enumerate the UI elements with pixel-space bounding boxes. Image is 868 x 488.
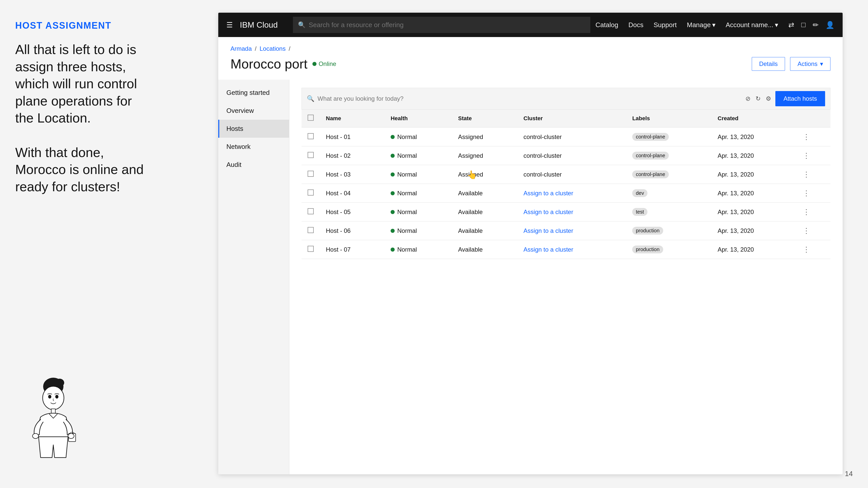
breadcrumb: Armada / Locations / [218,37,843,52]
row-menu-icon[interactable]: ⋮ [803,133,810,141]
row-checkbox-cell[interactable] [302,203,320,221]
docs-link[interactable]: Docs [628,21,643,29]
row-menu-icon[interactable]: ⋮ [803,208,810,216]
labels-col-header: Labels [626,109,711,128]
health-dot [391,154,395,158]
cluster-cell[interactable]: Assign to a cluster [518,240,626,259]
sidebar-item-overview[interactable]: Overview [218,102,289,120]
actions-button[interactable]: Actions ▾ [790,57,831,71]
assign-cluster-link[interactable]: Assign to a cluster [524,208,574,215]
table-row[interactable]: Host - 02 Normal Assigned control-cluste… [302,147,831,165]
support-icon[interactable]: □ [801,21,806,29]
sidebar-item-hosts[interactable]: Hosts [218,120,289,138]
row-checkbox[interactable] [308,227,314,233]
svg-point-4 [49,395,51,398]
sidebar-item-getting-started[interactable]: Getting started [218,84,289,102]
table-row[interactable]: Host - 01 Normal Assigned control-cluste… [302,128,831,147]
health-cell: Normal [384,147,452,165]
assign-cluster-link[interactable]: Assign to a cluster [524,246,574,253]
row-menu-icon[interactable]: ⋮ [803,170,810,178]
refresh-icon[interactable]: ↻ [755,95,761,102]
row-menu-cell[interactable]: ⋮ [797,147,831,165]
content-area: 🔍 ⊘ ↻ ⚙ Attach hosts Name [289,79,843,474]
row-menu-cell[interactable]: ⋮ [797,165,831,184]
select-all-checkbox[interactable] [308,115,314,121]
row-checkbox-cell[interactable] [302,240,320,259]
sidebar: Getting started Overview Hosts Network A… [218,79,289,474]
row-menu-icon[interactable]: ⋮ [803,227,810,235]
status-badge: Online [312,60,336,67]
search-bar[interactable]: 🔍 [293,17,590,33]
manage-link[interactable]: Manage ▾ [687,21,715,29]
support-link[interactable]: Support [654,21,677,29]
status-label: Online [318,60,336,67]
breadcrumb-locations[interactable]: Locations [260,45,286,52]
row-checkbox-cell[interactable] [302,128,320,147]
hamburger-icon[interactable]: ☰ [226,21,233,29]
sidebar-item-network[interactable]: Network [218,138,289,156]
left-description: All that is left to do is assign three h… [15,41,203,195]
nav-icons: ⇄ □ ✏ 👤 [788,21,835,29]
row-checkbox[interactable] [308,246,314,252]
settings-icon[interactable]: ⚙ [766,95,771,102]
edit-icon[interactable]: ✏ [813,21,818,29]
row-checkbox-cell[interactable] [302,184,320,203]
table-row[interactable]: Host - 06 Normal Available Assign to a c… [302,221,831,240]
label-badge: control-plane [632,133,669,141]
notifications-icon[interactable]: ⇄ [788,21,794,29]
row-menu-cell[interactable]: ⋮ [797,203,831,221]
row-menu-cell[interactable]: ⋮ [797,240,831,259]
table-row[interactable]: Host - 04 Normal Available Assign to a c… [302,184,831,203]
ibmcloud-label[interactable]: IBM Cloud [240,20,278,30]
row-checkbox[interactable] [308,171,314,177]
row-checkbox[interactable] [308,190,314,196]
character-illustration [15,371,91,468]
cluster-cell[interactable]: Assign to a cluster [518,184,626,203]
table-row[interactable]: Host - 05 Normal Available Assign to a c… [302,203,831,221]
label-badge: production [632,227,663,235]
row-checkbox-cell[interactable] [302,147,320,165]
health-dot [391,135,395,139]
row-menu-icon[interactable]: ⋮ [803,152,810,160]
hosts-search-input[interactable] [317,95,741,102]
nav-links: Catalog Docs Support Manage ▾ Account na… [595,21,778,29]
row-menu-cell[interactable]: ⋮ [797,128,831,147]
catalog-link[interactable]: Catalog [595,21,618,29]
header-actions: Details Actions ▾ [752,57,831,71]
assign-cluster-link[interactable]: Assign to a cluster [524,227,574,234]
row-menu-icon[interactable]: ⋮ [803,246,810,253]
assign-cluster-link[interactable]: Assign to a cluster [524,190,574,197]
select-all-header[interactable] [302,109,320,128]
row-menu-cell[interactable]: ⋮ [797,184,831,203]
host-name-cell: Host - 04 [320,184,384,203]
attach-hosts-button[interactable]: Attach hosts [775,91,825,106]
breadcrumb-sep2: / [288,45,290,52]
search-input[interactable] [309,21,585,29]
user-icon[interactable]: 👤 [826,21,835,29]
sidebar-item-audit[interactable]: Audit [218,156,289,174]
health-cell: Normal [384,221,452,240]
row-checkbox[interactable] [308,152,314,158]
row-checkbox[interactable] [308,133,314,139]
label-cell: dev [626,184,711,203]
details-button[interactable]: Details [752,57,785,71]
breadcrumb-armada[interactable]: Armada [230,45,252,52]
cluster-cell[interactable]: Assign to a cluster [518,221,626,240]
table-row[interactable]: Host - 03 Normal Assigned control-cluste… [302,165,831,184]
host-name-cell: Host - 05 [320,203,384,221]
page-title: Morocco port [230,56,307,71]
row-menu-cell[interactable]: ⋮ [797,221,831,240]
row-checkbox-cell[interactable] [302,165,320,184]
cluster-col-header: Cluster [518,109,626,128]
filter-icon[interactable]: ⊘ [745,95,750,102]
health-cell: Normal [384,240,452,259]
row-checkbox-cell[interactable] [302,221,320,240]
table-row[interactable]: Host - 07 Normal Available Assign to a c… [302,240,831,259]
account-link[interactable]: Account name... ▾ [725,21,778,29]
label-badge: production [632,246,663,253]
left-panel: HOST ASSIGNMENT All that is left to do i… [0,0,218,488]
cluster-cell[interactable]: Assign to a cluster [518,203,626,221]
row-menu-icon[interactable]: ⋮ [803,189,810,197]
main-content: Getting started Overview Hosts Network A… [218,79,843,474]
row-checkbox[interactable] [308,208,314,214]
